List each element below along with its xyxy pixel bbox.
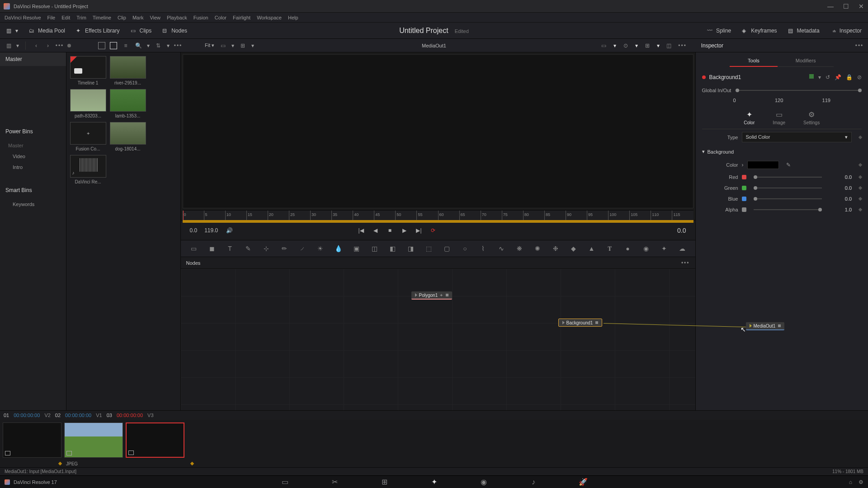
nodes-toggle[interactable]: ⊟Nodes [162, 28, 187, 34]
viewer-menu-button[interactable]: ••• [679, 42, 687, 50]
mute-button[interactable]: 🔊 [225, 226, 233, 235]
3d-shape-icon[interactable]: ▲ [588, 244, 596, 253]
menu-trim[interactable]: Trim [76, 15, 86, 20]
search-icon[interactable]: 🔍 [134, 42, 142, 50]
sort-icon[interactable]: ⇅ [154, 42, 162, 50]
settings-icon[interactable]: ⊘ [857, 74, 862, 80]
clip-index[interactable]: 02 [55, 413, 61, 418]
mode-image[interactable]: ▭Image [773, 110, 785, 125]
last-frame-button[interactable]: ▶| [415, 226, 423, 235]
grid-view-icon[interactable] [110, 42, 117, 49]
fairlight-page-button[interactable]: ♪ [529, 478, 538, 487]
fastnoise-tool-icon[interactable]: ◼ [208, 244, 216, 253]
particle-merge-icon[interactable]: ❉ [552, 244, 560, 253]
keyframes-toggle[interactable]: ◈Keyframes [742, 28, 777, 34]
clip-timecode[interactable]: 00:00:00:00 [117, 413, 143, 418]
selected-node-name[interactable]: Background1 [709, 74, 741, 80]
guides-button[interactable]: ⊞ [239, 42, 247, 50]
loop-button[interactable]: ⟳ [429, 226, 437, 235]
3d-render-icon[interactable]: ☁ [678, 244, 686, 253]
strip-view-icon[interactable] [98, 42, 105, 49]
menu-color[interactable]: Color [215, 15, 226, 20]
current-time[interactable]: 0.0 [677, 227, 686, 234]
home-button[interactable]: ⌂ [849, 479, 852, 485]
breadcrumb-button[interactable]: ••• [56, 42, 64, 50]
menu-file[interactable]: File [47, 15, 56, 20]
media-thumb[interactable]: Timeline 1 [70, 56, 106, 85]
particle-render-icon[interactable]: ✺ [533, 244, 542, 253]
lock-icon[interactable]: 🔒 [846, 74, 853, 80]
resize-tool-icon[interactable]: ⬚ [425, 244, 433, 253]
list-view-icon[interactable]: ≡ [122, 42, 130, 50]
inspector-toggle[interactable]: ⫨Inspector [830, 28, 862, 34]
clip-thumb-active[interactable] [126, 422, 184, 458]
version-icon[interactable] [809, 74, 814, 79]
transform-tool-icon[interactable]: ◫ [371, 244, 379, 253]
channel-value[interactable]: 0.0 [829, 196, 852, 202]
menu-view[interactable]: View [150, 15, 160, 20]
clips-toggle[interactable]: ▭Clips [131, 28, 152, 34]
media-thumb[interactable]: DaVinci Re... [70, 155, 106, 184]
3d-image-plane-icon[interactable]: ◆ [570, 244, 578, 253]
node-background[interactable]: Background1 [558, 319, 603, 327]
clip-timecode[interactable]: 00:00:00:00 [65, 413, 91, 418]
project-settings-button[interactable]: ⚙ [859, 479, 863, 485]
node-mediaout[interactable]: MediaOut1 [746, 322, 785, 330]
nodes-options-button[interactable]: ••• [681, 260, 690, 266]
node-polygon[interactable]: Polygon1✦ [411, 291, 453, 300]
menu-mark[interactable]: Mark [132, 15, 143, 20]
media-thumb[interactable]: river-29519... [110, 56, 146, 85]
menu-davinciresolve[interactable]: DaVinci Resolve [5, 15, 41, 20]
clip-index[interactable]: 01 [4, 413, 9, 418]
smart-bins-header[interactable]: Smart Bins [0, 183, 66, 197]
clip-index[interactable]: 03 [107, 413, 112, 418]
channel-value[interactable]: 0.0 [829, 185, 852, 191]
global-duration-value[interactable]: 120 [775, 98, 783, 103]
stop-button[interactable]: ■ [386, 226, 394, 235]
ellipse-mask-icon[interactable]: ○ [461, 244, 469, 253]
clip-timecode[interactable]: 00:00:00:00 [14, 413, 40, 418]
media-thumb[interactable]: Fusion Co... [70, 122, 106, 151]
clip-thumb[interactable] [64, 422, 123, 458]
range-bar[interactable] [183, 220, 693, 223]
zoom-fit-button[interactable]: Fit ▾ [205, 42, 214, 48]
play-button[interactable]: ▶ [400, 226, 408, 235]
type-select[interactable]: Solid Color▾ [742, 132, 852, 142]
channel-value[interactable]: 1.0 [829, 207, 852, 212]
menu-fairlight[interactable]: Fairlight [233, 15, 250, 20]
paint-tool-icon[interactable]: ✎ [244, 244, 252, 253]
color-page-button[interactable]: ◉ [479, 478, 488, 487]
color-expand-icon[interactable]: › [742, 162, 744, 168]
polygon-mask-icon[interactable]: ⌇ [479, 244, 487, 253]
3d-camera-icon[interactable]: ● [624, 244, 632, 253]
keyframe-toggle[interactable] [859, 186, 862, 190]
channel-slider[interactable] [754, 177, 822, 178]
timecode-start[interactable]: 0.0 [190, 227, 198, 234]
menu-fusion[interactable]: Fusion [193, 15, 208, 20]
keyframe-toggle[interactable] [859, 175, 862, 179]
bin-item[interactable]: Video [0, 151, 66, 162]
mode-settings[interactable]: ⚙Settings [803, 110, 820, 125]
text-tool-icon[interactable]: T [226, 244, 234, 253]
brightness-tool-icon[interactable]: ☀ [316, 244, 325, 253]
step-back-button[interactable]: ◀ [371, 226, 379, 235]
media-thumb[interactable]: lamb-1353... [110, 89, 146, 118]
nav-back-button[interactable]: ‹ [32, 42, 40, 50]
channel-slider[interactable] [754, 188, 822, 188]
media-thumb[interactable]: path-83203... [70, 89, 106, 118]
media-page-button[interactable]: ▭ [280, 478, 289, 487]
particle-emitter-icon[interactable]: ❋ [515, 244, 524, 253]
spline-toggle[interactable]: 〰Spline [707, 28, 731, 34]
bspline-mask-icon[interactable]: ∿ [497, 244, 505, 253]
metadata-toggle[interactable]: ▤Metadata [788, 28, 820, 34]
background-section[interactable]: ▾Background [696, 145, 868, 158]
merge-tool-icon[interactable]: ▣ [353, 244, 361, 253]
bin-item[interactable]: Master [0, 140, 66, 151]
background-tool-icon[interactable]: ▭ [190, 244, 198, 253]
mask-paint-icon[interactable]: ✏ [280, 244, 288, 253]
aspect-button[interactable]: ▭ [219, 42, 227, 50]
rectangle-mask-icon[interactable]: ▢ [443, 244, 451, 253]
3d-merge-icon[interactable]: ◉ [642, 244, 650, 253]
global-out-value[interactable]: 119 [822, 98, 830, 103]
menu-timeline[interactable]: Timeline [93, 15, 111, 20]
